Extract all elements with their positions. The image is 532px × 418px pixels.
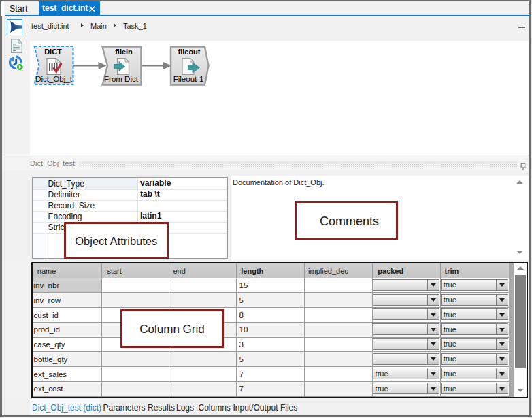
svg-text:filein: filein [115,48,133,56]
svg-text:Dict_Obj_t: Dict_Obj_t [35,75,72,83]
svg-text:fileout: fileout [178,48,201,56]
svg-text:From Dict: From Dict [104,75,139,83]
svg-text:DICT: DICT [44,48,62,56]
svg-text:Fileout-1-: Fileout-1- [173,75,207,83]
